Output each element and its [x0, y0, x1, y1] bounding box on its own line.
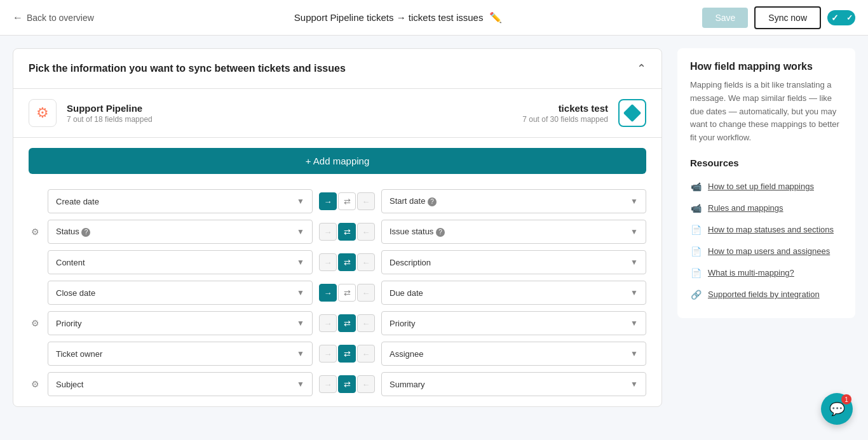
left-field-status[interactable]: Status ?▼: [48, 220, 313, 244]
right-to-left-btn-status[interactable]: ←: [357, 223, 375, 241]
chevron-down-icon: ▼: [630, 197, 638, 206]
bidirectional-btn-content[interactable]: ⇄: [338, 253, 356, 271]
chat-button[interactable]: 💬 1: [821, 393, 853, 425]
link-icon: 🔗: [690, 289, 702, 300]
left-field-ticket-owner[interactable]: Ticket owner▼: [48, 342, 313, 366]
arrow-controls-create-date: →⇄←: [319, 192, 375, 210]
chevron-down-icon: ▼: [297, 319, 304, 328]
main-layout: Pick the information you want to sync be…: [0, 36, 868, 420]
left-to-right-btn-subject[interactable]: →: [319, 375, 337, 393]
left-panel: Pick the information you want to sync be…: [13, 48, 662, 407]
back-label: Back to overview: [27, 13, 94, 23]
how-field-desc: Mapping fields is a bit like translating…: [690, 79, 843, 145]
page-title-area: Support Pipeline tickets → tickets test …: [294, 11, 503, 23]
resource-text-2[interactable]: How to map statuses and sections: [708, 225, 834, 234]
resources-list: 📹How to set up field mappings📹Rules and …: [690, 176, 843, 305]
resource-item-4[interactable]: 📄What is multi-mapping?: [690, 262, 843, 284]
right-field-status[interactable]: Issue status ?▼: [381, 220, 646, 244]
bidirectional-btn-ticket-owner[interactable]: ⇄: [338, 345, 356, 363]
left-field-content[interactable]: Content▼: [48, 250, 313, 274]
book-icon: 📄: [690, 246, 702, 257]
video-icon: 📹: [690, 181, 702, 192]
right-to-left-btn-close-date[interactable]: ←: [357, 284, 375, 302]
resource-item-0[interactable]: 📹How to set up field mappings: [690, 176, 843, 197]
edit-icon[interactable]: ✏️: [489, 11, 502, 23]
mapping-row-content: Content▼→⇄←Description▼: [29, 250, 646, 274]
mapping-row-status: ⚙Status ?▼→⇄←Issue status ?▼: [29, 220, 646, 244]
arrow-controls-priority: →⇄←: [319, 314, 375, 332]
source-row: ⚙ Support Pipeline 7 out of 18 fields ma…: [13, 89, 661, 138]
right-to-left-btn-content[interactable]: ←: [357, 253, 375, 271]
resource-item-3[interactable]: 📄How to map users and assignees: [690, 241, 843, 262]
add-mapping-button[interactable]: + Add mapping: [29, 148, 646, 174]
right-to-left-btn-subject[interactable]: ←: [357, 375, 375, 393]
chevron-down-icon: ▼: [297, 380, 304, 389]
jira-icon: [623, 104, 641, 122]
right-to-left-btn-ticket-owner[interactable]: ←: [357, 345, 375, 363]
chevron-down-icon: ▼: [630, 380, 638, 389]
resource-item-2[interactable]: 📄How to map statuses and sections: [690, 219, 843, 241]
resource-text-5[interactable]: Supported fields by integration: [708, 290, 820, 299]
source-sub: 7 out of 18 fields mapped: [67, 115, 332, 124]
right-field-ticket-owner[interactable]: Assignee▼: [381, 342, 646, 366]
mapping-list: Create date▼→⇄←Start date ?▼⚙Status ?▼→⇄…: [13, 184, 661, 406]
left-to-right-btn-status[interactable]: →: [319, 223, 337, 241]
chevron-down-icon: ▼: [630, 349, 638, 358]
page-title: Support Pipeline tickets → tickets test …: [294, 12, 484, 23]
back-link[interactable]: ← Back to overview: [13, 12, 94, 23]
mapping-row-subject: ⚙Subject▼→⇄←Summary▼: [29, 372, 646, 396]
left-field-subject[interactable]: Subject▼: [48, 372, 313, 396]
right-to-left-btn-priority[interactable]: ←: [357, 314, 375, 332]
right-field-content[interactable]: Description▼: [381, 250, 646, 274]
left-to-right-btn-close-date[interactable]: →: [319, 284, 337, 302]
resource-item-1[interactable]: 📹Rules and mappings: [690, 197, 843, 219]
resource-text-4[interactable]: What is multi-mapping?: [708, 268, 794, 277]
resource-text-0[interactable]: How to set up field mappings: [708, 182, 814, 191]
hubspot-icon: ⚙: [36, 105, 49, 121]
right-panel: How field mapping works Mapping fields i…: [677, 48, 855, 407]
bidirectional-btn-status[interactable]: ⇄: [338, 223, 356, 241]
right-field-create-date[interactable]: Start date ?▼: [381, 189, 646, 213]
mapping-row-close-date: Close date▼→⇄←Due date▼: [29, 281, 646, 305]
dest-name: tickets test: [342, 103, 608, 114]
left-to-right-btn-content[interactable]: →: [319, 253, 337, 271]
left-to-right-btn-ticket-owner[interactable]: →: [319, 345, 337, 363]
book-icon: 📄: [690, 267, 702, 279]
resource-item-5[interactable]: 🔗Supported fields by integration: [690, 284, 843, 305]
chevron-down-icon: ▼: [630, 227, 638, 236]
collapse-icon[interactable]: ⌃: [637, 62, 646, 76]
left-field-create-date[interactable]: Create date▼: [48, 189, 313, 213]
left-to-right-btn-create-date[interactable]: →: [319, 192, 337, 210]
source-logo: ⚙: [29, 99, 57, 127]
chevron-down-icon: ▼: [297, 258, 304, 267]
right-field-close-date[interactable]: Due date▼: [381, 281, 646, 305]
left-to-right-btn-priority[interactable]: →: [319, 314, 337, 332]
sync-toggle[interactable]: ✓: [827, 10, 855, 25]
dest-info: tickets test 7 out of 30 fields mapped: [342, 103, 608, 124]
bidirectional-btn-subject[interactable]: ⇄: [338, 375, 356, 393]
chevron-down-icon: ▼: [297, 227, 304, 236]
right-to-left-btn-create-date[interactable]: ←: [357, 192, 375, 210]
arrow-controls-ticket-owner: →⇄←: [319, 345, 375, 363]
panel-title: Pick the information you want to sync be…: [29, 63, 346, 74]
resource-text-1[interactable]: Rules and mappings: [708, 203, 783, 213]
bidirectional-btn-priority[interactable]: ⇄: [338, 314, 356, 332]
right-field-priority[interactable]: Priority▼: [381, 311, 646, 335]
bidirectional-btn-close-date[interactable]: ⇄: [338, 284, 356, 302]
left-field-priority[interactable]: Priority▼: [48, 311, 313, 335]
how-field-title: How field mapping works: [690, 61, 843, 72]
resource-text-3[interactable]: How to map users and assignees: [708, 246, 830, 256]
gear-icon-status[interactable]: ⚙: [29, 227, 41, 237]
chevron-down-icon: ▼: [630, 319, 638, 328]
save-button[interactable]: Save: [702, 8, 748, 28]
left-field-close-date[interactable]: Close date▼: [48, 281, 313, 305]
back-arrow-icon: ←: [13, 12, 23, 23]
top-actions: Save Sync now ✓: [702, 6, 855, 29]
panel-header: Pick the information you want to sync be…: [13, 49, 661, 89]
gear-icon-subject[interactable]: ⚙: [29, 379, 41, 389]
sync-button[interactable]: Sync now: [754, 6, 821, 29]
gear-icon-priority[interactable]: ⚙: [29, 318, 41, 328]
bidirectional-btn-create-date[interactable]: ⇄: [338, 192, 356, 210]
right-field-subject[interactable]: Summary▼: [381, 372, 646, 396]
arrow-controls-subject: →⇄←: [319, 375, 375, 393]
